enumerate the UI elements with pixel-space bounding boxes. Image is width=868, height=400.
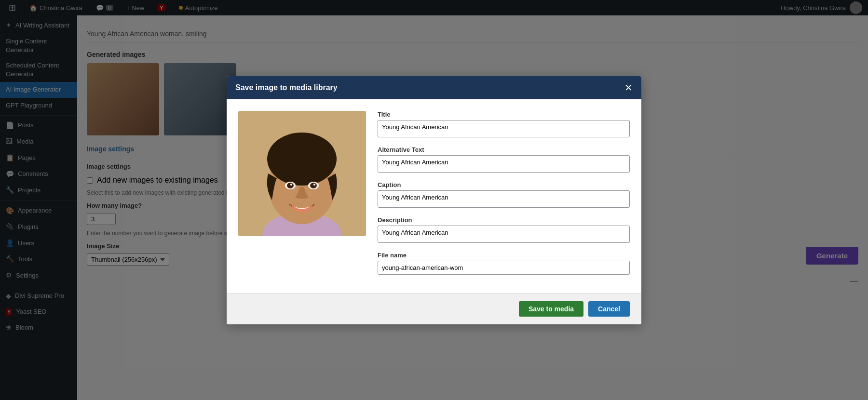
modal-close-button[interactable]: ✕	[624, 83, 633, 93]
save-to-media-button[interactable]: Save to media	[519, 301, 583, 317]
alt-text-field-group: Alternative Text	[378, 146, 630, 174]
modal-body: Title Alternative Text Caption Descripti…	[227, 99, 641, 293]
description-field-group: Description	[378, 216, 630, 245]
caption-label: Caption	[378, 181, 630, 188]
modal-footer: Save to media Cancel	[227, 293, 641, 324]
modal-fields: Title Alternative Text Caption Descripti…	[378, 111, 630, 281]
svg-point-8	[310, 183, 317, 188]
save-image-modal: Save image to media library ✕	[227, 76, 641, 324]
modal-title: Save image to media library	[235, 83, 338, 92]
description-label: Description	[378, 216, 630, 224]
title-input[interactable]	[378, 120, 630, 137]
title-field-group: Title	[378, 111, 630, 139]
caption-input[interactable]	[378, 190, 630, 208]
modal-header: Save image to media library ✕	[227, 76, 641, 99]
cancel-button[interactable]: Cancel	[588, 301, 630, 317]
caption-field-group: Caption	[378, 181, 630, 210]
svg-point-10	[313, 184, 315, 186]
title-label: Title	[378, 111, 630, 118]
svg-point-4	[267, 133, 337, 186]
svg-point-9	[290, 184, 292, 186]
file-name-input[interactable]	[378, 261, 630, 275]
modal-image-preview	[238, 111, 366, 236]
file-name-field-group: File name	[378, 252, 630, 275]
description-input[interactable]	[378, 226, 630, 243]
portrait-svg	[238, 111, 366, 236]
alt-text-label: Alternative Text	[378, 146, 630, 153]
modal-overlay: Save image to media library ✕	[0, 0, 868, 400]
svg-point-7	[287, 183, 294, 188]
alt-text-input[interactable]	[378, 155, 630, 173]
file-name-label: File name	[378, 252, 630, 259]
